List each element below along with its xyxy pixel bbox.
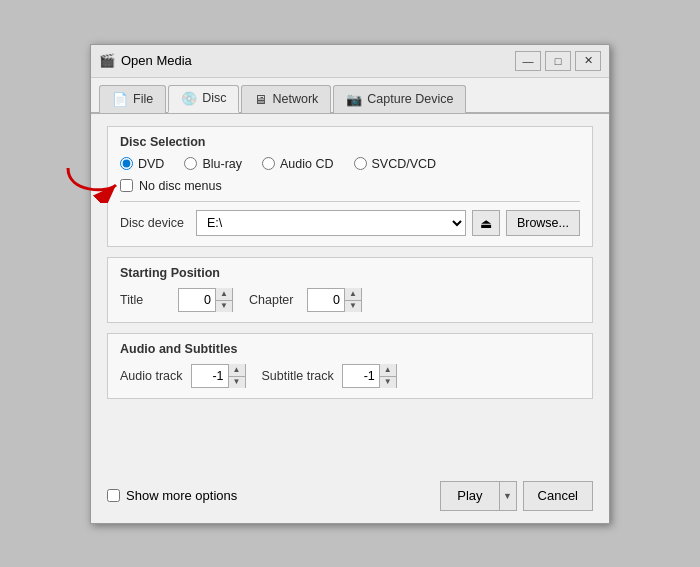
app-icon: 🎬	[99, 53, 115, 69]
show-more-row: Show more options	[107, 488, 237, 503]
red-arrow-annotation	[58, 163, 128, 203]
title-bar-left: 🎬 Open Media	[99, 53, 192, 69]
title-arrows: ▲ ▼	[215, 288, 232, 312]
audiocd-radio[interactable]: Audio CD	[262, 157, 334, 171]
disc-tab-icon: 💿	[181, 91, 197, 106]
chapter-arrows: ▲ ▼	[344, 288, 361, 312]
no-disc-menus-label[interactable]: No disc menus	[139, 179, 222, 193]
chapter-field-group: Chapter ▲ ▼	[249, 288, 362, 312]
file-tab-icon: 📄	[112, 92, 128, 107]
chapter-down-arrow[interactable]: ▼	[345, 301, 361, 313]
capture-tab-label: Capture Device	[367, 92, 453, 106]
subtitle-track-arrows: ▲ ▼	[379, 364, 396, 388]
title-spinner: ▲ ▼	[178, 288, 233, 312]
tab-capture[interactable]: 📷 Capture Device	[333, 85, 466, 113]
no-disc-menus-checkbox[interactable]	[120, 179, 133, 192]
audio-track-group: Audio track ▲ ▼	[120, 364, 246, 388]
title-down-arrow[interactable]: ▼	[216, 301, 232, 313]
chapter-field-label: Chapter	[249, 293, 299, 307]
disc-type-radio-group: DVD Blu-ray Audio CD SVCD/VCD	[120, 157, 580, 171]
tab-bar: 📄 File 💿 Disc 🖥 Network 📷 Capture Device	[91, 78, 609, 114]
dialog-title: Open Media	[121, 53, 192, 68]
tab-disc[interactable]: 💿 Disc	[168, 85, 239, 113]
restore-button[interactable]: □	[545, 51, 571, 71]
subtitle-track-input[interactable]	[343, 365, 379, 387]
bottom-row: Show more options Play ▼ Cancel	[91, 471, 609, 523]
close-button[interactable]: ✕	[575, 51, 601, 71]
audio-track-label: Audio track	[120, 369, 183, 383]
bluray-radio[interactable]: Blu-ray	[184, 157, 242, 171]
play-dropdown-button[interactable]: ▼	[499, 481, 517, 511]
chapter-up-arrow[interactable]: ▲	[345, 288, 361, 301]
subtitle-track-spinner: ▲ ▼	[342, 364, 397, 388]
subtitle-track-up[interactable]: ▲	[380, 364, 396, 377]
tab-file[interactable]: 📄 File	[99, 85, 166, 113]
audio-track-up[interactable]: ▲	[229, 364, 245, 377]
audio-track-input[interactable]	[192, 365, 228, 387]
audio-track-down[interactable]: ▼	[229, 377, 245, 389]
cancel-button[interactable]: Cancel	[523, 481, 593, 511]
eject-button[interactable]: ⏏	[472, 210, 500, 236]
network-tab-icon: 🖥	[254, 92, 267, 107]
chapter-input[interactable]	[308, 289, 344, 311]
audio-subtitles-section: Audio and Subtitles Audio track ▲ ▼ Subt…	[107, 333, 593, 399]
svcd-radio[interactable]: SVCD/VCD	[354, 157, 437, 171]
title-input[interactable]	[179, 289, 215, 311]
starting-position-title: Starting Position	[120, 266, 580, 280]
subtitle-track-group: Subtitle track ▲ ▼	[262, 364, 397, 388]
title-field-label: Title	[120, 293, 170, 307]
audio-subtitles-title: Audio and Subtitles	[120, 342, 580, 356]
file-tab-label: File	[133, 92, 153, 106]
disc-device-row: Disc device E:\ D:\ F:\ ⏏ Browse...	[120, 210, 580, 236]
disc-tab-label: Disc	[202, 91, 226, 105]
capture-tab-icon: 📷	[346, 92, 362, 107]
play-button[interactable]: Play	[440, 481, 498, 511]
audio-subtitle-fields: Audio track ▲ ▼ Subtitle track ▲	[120, 364, 580, 388]
subtitle-track-down[interactable]: ▼	[380, 377, 396, 389]
disc-selection-section: Disc Selection DVD Blu-ray Audio CD SV	[107, 126, 593, 248]
show-more-label[interactable]: Show more options	[126, 488, 237, 503]
audio-track-spinner: ▲ ▼	[191, 364, 246, 388]
title-field-group: Title ▲ ▼	[120, 288, 233, 312]
starting-position-section: Starting Position Title ▲ ▼ Chapter	[107, 257, 593, 323]
tab-network[interactable]: 🖥 Network	[241, 85, 331, 113]
subtitle-track-label: Subtitle track	[262, 369, 334, 383]
browse-button[interactable]: Browse...	[506, 210, 580, 236]
disc-selection-title: Disc Selection	[120, 135, 580, 149]
main-content: Disc Selection DVD Blu-ray Audio CD SV	[91, 114, 609, 471]
audio-track-arrows: ▲ ▼	[228, 364, 245, 388]
chapter-spinner: ▲ ▼	[307, 288, 362, 312]
starting-position-fields: Title ▲ ▼ Chapter ▲	[120, 288, 580, 312]
network-tab-label: Network	[272, 92, 318, 106]
no-disc-menus-row: No disc menus	[120, 179, 222, 193]
action-buttons: Play ▼ Cancel	[440, 481, 593, 511]
show-more-checkbox[interactable]	[107, 489, 120, 502]
disc-device-select[interactable]: E:\ D:\ F:\	[196, 210, 466, 236]
disc-device-label: Disc device	[120, 216, 190, 230]
title-up-arrow[interactable]: ▲	[216, 288, 232, 301]
minimize-button[interactable]: —	[515, 51, 541, 71]
dvd-radio[interactable]: DVD	[120, 157, 164, 171]
open-media-dialog: 🎬 Open Media — □ ✕ 📄 File 💿 Disc 🖥 Netwo…	[90, 44, 610, 524]
title-bar: 🎬 Open Media — □ ✕	[91, 45, 609, 78]
window-controls: — □ ✕	[515, 51, 601, 71]
